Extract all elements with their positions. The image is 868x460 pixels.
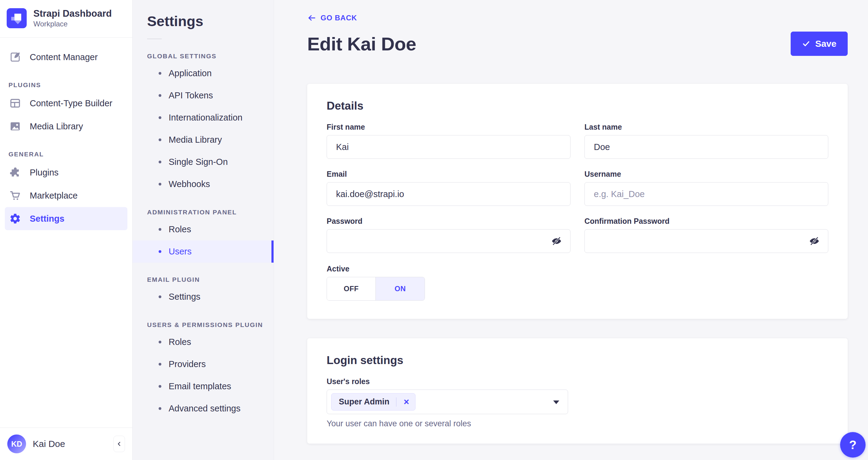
gear-icon (8, 212, 22, 225)
sidebar-item-content-type-builder[interactable]: Content-Type Builder (5, 92, 127, 115)
workspace-name: Workplace (33, 20, 112, 28)
active-label: Active (327, 264, 828, 273)
go-back-link[interactable]: GO BACK (307, 13, 357, 23)
go-back-label: GO BACK (320, 14, 357, 22)
sidebar-item-marketplace[interactable]: Marketplace (5, 184, 127, 207)
subnav-item-label: Roles (168, 337, 191, 347)
bullet-icon (159, 116, 161, 119)
layout-grid-icon (8, 96, 22, 110)
confirmation-password-field[interactable] (584, 229, 828, 253)
email-field-group: Email (327, 170, 570, 206)
confirmation-password-field-group: Confirmation Password (584, 217, 828, 253)
first-name-label: First name (327, 123, 570, 132)
confirmation-password-label: Confirmation Password (584, 217, 828, 226)
feather-icon (8, 50, 22, 64)
bullet-icon (159, 385, 161, 388)
sidebar-item-content-manager[interactable]: Content Manager (5, 46, 127, 68)
subnav-item-single-sign-on[interactable]: Single Sign-On (132, 151, 274, 173)
puzzle-icon (8, 166, 22, 179)
check-icon (802, 39, 810, 48)
sidebar-item-plugins[interactable]: Plugins (5, 161, 127, 184)
subnav-section-users-permissions: USERS & PERMISSIONS PLUGIN Roles Provide… (132, 321, 274, 420)
main-sidebar: Strapi Dashboard Workplace Content Manag… (0, 0, 132, 460)
details-heading: Details (327, 99, 828, 112)
sidebar-item-settings[interactable]: Settings (5, 207, 127, 230)
toggle-confirmation-visibility-button[interactable] (808, 234, 821, 248)
sidebar-item-label: Plugins (30, 168, 59, 178)
subnav-item-users[interactable]: Users (132, 240, 274, 263)
subnav-item-admin-roles[interactable]: Roles (132, 218, 274, 240)
bullet-icon (159, 295, 161, 298)
subnav-item-internationalization[interactable]: Internationalization (132, 107, 274, 129)
password-field[interactable] (327, 229, 570, 253)
role-tag: Super Admin × (331, 393, 415, 410)
roles-hint: Your user can have one or several roles (327, 419, 828, 428)
subnav-section-title: GLOBAL SETTINGS (132, 53, 274, 60)
subnav-item-media-library[interactable]: Media Library (132, 129, 274, 151)
chevron-down-icon (553, 401, 559, 404)
sidebar-item-media-library[interactable]: Media Library (5, 115, 127, 138)
sidebar-section-general: GENERAL (5, 151, 127, 158)
toggle-off-button[interactable]: OFF (327, 277, 376, 300)
username-label: Username (584, 170, 828, 178)
subnav-item-label: API Tokens (168, 90, 213, 100)
subnav-item-label: Internationalization (168, 113, 242, 123)
subnav-item-up-roles[interactable]: Roles (132, 331, 274, 353)
sidebar-item-label: Marketplace (30, 191, 78, 201)
subnav-item-webhooks[interactable]: Webhooks (132, 173, 274, 195)
save-button[interactable]: Save (790, 32, 848, 56)
sidebar-item-label: Content Manager (30, 52, 98, 62)
toggle-on-button[interactable]: ON (376, 277, 425, 300)
eye-off-icon (551, 236, 562, 247)
sidebar-item-label: Media Library (30, 121, 83, 132)
password-field-group: Password (327, 217, 570, 253)
first-name-input[interactable] (327, 135, 570, 159)
user-name: Kai Doe (33, 439, 65, 449)
collapse-sidebar-button[interactable] (114, 436, 125, 452)
subnav-item-api-tokens[interactable]: API Tokens (132, 84, 274, 107)
main-nav: Content Manager PLUGINS Content-Type Bui… (0, 38, 132, 230)
active-toggle[interactable]: OFF ON (327, 277, 425, 300)
subnav-section-global-settings: GLOBAL SETTINGS Application API Tokens I… (132, 53, 274, 195)
remove-role-button[interactable]: × (398, 397, 415, 407)
subnav-item-label: Roles (168, 224, 191, 234)
subnav-item-providers[interactable]: Providers (132, 353, 274, 375)
email-label: Email (327, 170, 570, 178)
login-settings-heading: Login settings (327, 354, 828, 367)
user-menu[interactable]: KD Kai Doe (7, 434, 114, 453)
username-field-group: Username (584, 170, 828, 206)
page-title: Edit Kai Doe (307, 33, 416, 55)
email-field[interactable] (327, 182, 570, 206)
bullet-icon (159, 94, 161, 97)
subnav-item-label: Users (168, 247, 192, 257)
bullet-icon (159, 341, 161, 343)
help-button[interactable]: ? (840, 432, 866, 458)
avatar: KD (7, 434, 26, 453)
bullet-icon (159, 228, 161, 231)
subnav-item-label: Media Library (168, 135, 222, 145)
login-settings-card: Login settings User's roles Super Admin … (307, 338, 848, 443)
toggle-password-visibility-button[interactable] (550, 234, 563, 248)
last-name-input[interactable] (584, 135, 828, 159)
subnav-item-label: Providers (168, 359, 206, 369)
subnav-section-title: ADMINISTRATION PANEL (132, 209, 274, 216)
roles-select[interactable]: Super Admin × (327, 390, 568, 414)
subnav-item-email-templates[interactable]: Email templates (132, 375, 274, 398)
last-name-label: Last name (584, 123, 828, 132)
subnav-title: Settings (132, 13, 274, 29)
brand-text: Strapi Dashboard Workplace (33, 8, 112, 28)
first-name-field-group: First name (327, 123, 570, 159)
subnav-item-application[interactable]: Application (132, 62, 274, 84)
subnav-section-administration-panel: ADMINISTRATION PANEL Roles Users (132, 209, 274, 263)
roles-field-group: User's roles Super Admin × Your user can… (327, 377, 828, 428)
bullet-icon (159, 139, 161, 141)
subnav-item-label: Settings (168, 292, 200, 302)
subnav-item-advanced-settings[interactable]: Advanced settings (132, 398, 274, 420)
subnav-section-email-plugin: EMAIL PLUGIN Settings (132, 276, 274, 308)
workspace-header[interactable]: Strapi Dashboard Workplace (0, 0, 132, 37)
subnav-item-label: Single Sign-On (168, 157, 228, 167)
username-field[interactable] (584, 182, 828, 206)
sidebar-item-label: Content-Type Builder (30, 98, 112, 108)
subnav-item-email-settings[interactable]: Settings (132, 286, 274, 308)
bullet-icon (159, 72, 161, 75)
